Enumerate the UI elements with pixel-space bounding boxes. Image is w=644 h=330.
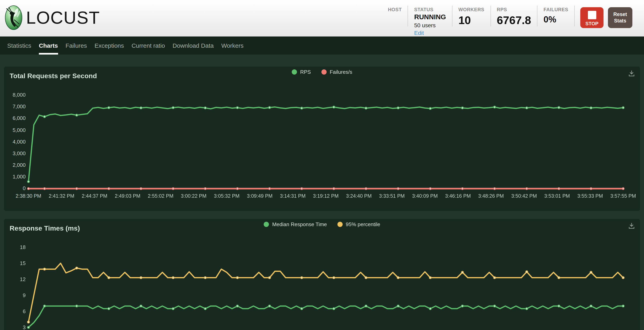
host-block: HOST <box>382 0 408 13</box>
rps-label: RPS <box>497 7 507 13</box>
page: LOCUST HOST STATUS RUNNING 50 users Edit… <box>0 0 644 330</box>
failures-label: FAILURES <box>544 7 568 13</box>
tab-current-ratio[interactable]: Current ratio <box>132 37 165 55</box>
data-point-marker-center <box>237 305 238 307</box>
data-point-marker-center <box>172 277 174 278</box>
divider <box>574 6 575 27</box>
chart-plot-svg[interactable] <box>4 67 640 205</box>
data-point-marker-center <box>366 188 367 189</box>
data-point-marker-center <box>494 277 495 278</box>
data-point-marker-center <box>494 305 495 307</box>
data-point-marker-center <box>28 321 29 323</box>
tab-download-data[interactable]: Download Data <box>172 37 214 55</box>
failures-value: 0% <box>544 15 556 25</box>
data-point-marker-center <box>398 188 399 189</box>
data-point-marker-center <box>462 107 463 109</box>
rps-block: RPS 6767.8 <box>491 0 537 27</box>
data-point-marker-center <box>108 188 110 189</box>
status-value: RUNNING <box>414 13 446 21</box>
stop-icon <box>588 11 596 19</box>
header: LOCUST HOST STATUS RUNNING 50 users Edit… <box>0 0 644 37</box>
data-point-marker-center <box>28 181 29 182</box>
tab-exceptions[interactable]: Exceptions <box>94 37 124 55</box>
series-line <box>28 107 623 182</box>
failures-block: FAILURES 0% <box>538 0 574 25</box>
data-point-marker-center <box>494 188 495 189</box>
data-point-marker-center <box>301 308 302 309</box>
stop-button-label: STOP <box>586 21 598 27</box>
series-line <box>28 263 623 322</box>
edit-link[interactable]: Edit <box>414 30 424 36</box>
data-point-marker-center <box>205 107 206 109</box>
tab-charts[interactable]: Charts <box>39 37 58 55</box>
status-block: STATUS RUNNING 50 users Edit <box>408 0 452 36</box>
data-point-marker-center <box>622 277 624 278</box>
data-point-marker-center <box>366 108 367 109</box>
series-line <box>28 306 623 327</box>
data-point-marker-center <box>237 277 238 278</box>
data-point-marker-center <box>44 269 45 270</box>
data-point-marker-center <box>398 277 399 278</box>
rps-chart-card: RPSFailures/s Total Requests per Second … <box>4 67 640 211</box>
data-point-marker-center <box>622 107 624 108</box>
data-point-marker-center <box>333 188 334 189</box>
tab-workers[interactable]: Workers <box>221 37 244 55</box>
data-point-marker-center <box>44 305 45 307</box>
status-label: STATUS <box>414 7 434 13</box>
data-point-marker-center <box>76 188 77 189</box>
data-point-marker-center <box>590 107 592 109</box>
chart-plot-svg[interactable] <box>4 219 640 330</box>
tab-statistics[interactable]: Statistics <box>7 37 31 55</box>
nav-bar: Statistics Charts Failures Exceptions Cu… <box>0 37 644 55</box>
reset-button-label-2: Stats <box>614 18 626 24</box>
response-times-chart-card: Median Response Time95% percentile Respo… <box>4 219 640 330</box>
data-point-marker-center <box>269 107 270 108</box>
data-point-marker-center <box>108 308 110 309</box>
data-point-marker-center <box>301 188 302 189</box>
data-point-marker-center <box>172 308 174 309</box>
data-point-marker-center <box>237 188 238 189</box>
data-point-marker-center <box>172 107 174 108</box>
data-point-marker-center <box>558 188 560 189</box>
data-point-marker-center <box>140 188 142 189</box>
data-point-marker-center <box>398 305 399 307</box>
data-point-marker-center <box>398 107 399 109</box>
user-count: 50 users <box>414 22 436 29</box>
data-point-marker-center <box>366 305 367 307</box>
data-point-marker-center <box>462 305 463 307</box>
data-point-marker-center <box>590 272 592 273</box>
data-point-marker-center <box>333 277 334 278</box>
data-point-marker-center <box>526 308 528 309</box>
header-stats: HOST STATUS RUNNING 50 users Edit WORKER… <box>382 0 644 37</box>
data-point-marker-center <box>172 188 174 189</box>
data-point-marker-center <box>76 267 77 269</box>
data-point-marker-center <box>76 115 77 116</box>
data-point-marker-center <box>205 188 206 189</box>
data-point-marker-center <box>269 305 270 307</box>
locust-logo[interactable]: LOCUST <box>5 5 100 30</box>
locust-logo-icon <box>5 5 22 30</box>
data-point-marker-center <box>558 305 560 307</box>
data-point-marker-center <box>430 308 431 309</box>
data-point-marker-center <box>622 188 624 189</box>
rps-value: 6767.8 <box>497 14 531 27</box>
data-point-marker-center <box>301 277 302 278</box>
data-point-marker-center <box>108 107 110 108</box>
stop-button[interactable]: STOP <box>580 7 604 28</box>
data-point-marker-center <box>462 272 463 273</box>
data-point-marker-center <box>205 308 206 309</box>
charts-page: RPSFailures/s Total Requests per Second … <box>0 67 644 330</box>
data-point-marker-center <box>269 277 270 278</box>
data-point-marker-center <box>333 308 334 309</box>
reset-stats-button[interactable]: Reset Stats <box>608 7 632 28</box>
data-point-marker-center <box>526 271 528 272</box>
data-point-marker-center <box>333 107 334 108</box>
data-point-marker-center <box>140 277 142 278</box>
data-point-marker-center <box>590 188 592 189</box>
data-point-marker-center <box>430 108 431 109</box>
data-point-marker-center <box>494 107 495 108</box>
data-point-marker-center <box>462 188 463 189</box>
workers-block: WORKERS 10 <box>452 0 490 27</box>
workers-value: 10 <box>458 14 471 27</box>
tab-failures[interactable]: Failures <box>66 37 87 55</box>
